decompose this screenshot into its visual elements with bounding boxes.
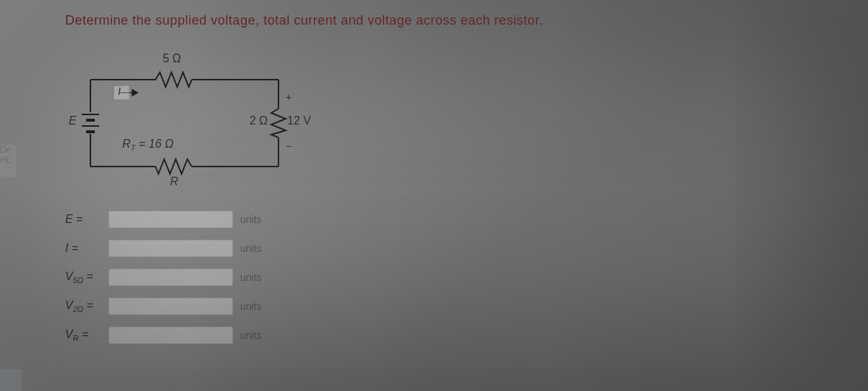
circuit-diagram: E I 5 Ω 2 Ω 12 V + − RT = 16 Ω R	[69, 51, 322, 196]
sidebar-hl: HL	[0, 155, 16, 165]
answer-units: units	[240, 300, 262, 312]
answer-input-vr[interactable]	[109, 327, 233, 344]
answer-row: I = units	[65, 239, 262, 258]
question-prompt: Determine the supplied voltage, total cu…	[65, 13, 543, 28]
svg-rect-14	[114, 85, 129, 100]
answer-units: units	[240, 272, 262, 283]
current-label: I	[118, 85, 121, 97]
plus-sign: +	[286, 91, 292, 103]
r2-value-label: 2 Ω	[250, 114, 268, 127]
answer-units: units	[240, 243, 262, 254]
answer-label-i: I =	[65, 242, 109, 255]
answer-label-e: E =	[65, 213, 109, 226]
rt-label: RT = 16 Ω	[122, 138, 174, 152]
answer-row: VR = units	[65, 326, 262, 345]
svg-marker-13	[132, 90, 137, 96]
corner-decoration	[0, 369, 22, 391]
minus-sign: −	[286, 140, 292, 152]
sidebar-tab: De HL	[0, 145, 16, 177]
r2-voltage-label: 12 V	[287, 114, 311, 127]
answer-label-v5: V5Ω =	[65, 270, 109, 285]
answer-input-v2[interactable]	[109, 298, 233, 315]
answer-units: units	[240, 214, 262, 225]
answer-input-i[interactable]	[109, 240, 233, 257]
answer-input-e[interactable]	[109, 211, 233, 228]
sidebar-de: De	[0, 145, 16, 155]
answer-units: units	[240, 329, 262, 341]
answer-label-v2: V2Ω =	[65, 299, 109, 314]
answer-row: E = units	[65, 210, 262, 229]
answer-section: E = units I = units V5Ω = units V2Ω = un…	[65, 210, 262, 355]
answer-label-vr: VR =	[65, 328, 109, 342]
answer-row: V2Ω = units	[65, 297, 262, 316]
answer-row: V5Ω = units	[65, 268, 262, 287]
answer-input-v5[interactable]	[109, 269, 233, 286]
r-bottom-label: R	[170, 175, 179, 188]
source-label: E	[69, 114, 77, 127]
r1-label: 5 Ω	[163, 52, 181, 65]
